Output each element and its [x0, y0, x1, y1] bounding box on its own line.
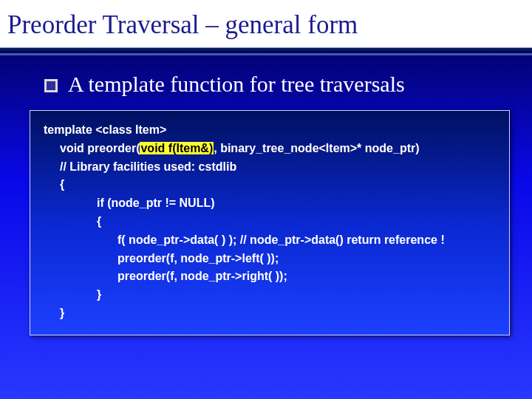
code-line: preorder(f, node_ptr->left( )); [44, 250, 496, 268]
code-text: , binary_tree_node<Item>* node_ptr) [214, 142, 419, 154]
divider-thick [0, 47, 532, 52]
code-line: { [44, 176, 496, 194]
code-text: void preorder( [60, 142, 140, 154]
bullet-text: A template function for tree traversals [68, 72, 405, 97]
code-line: void preorder(void f(Item&), binary_tree… [44, 140, 496, 158]
divider [0, 47, 532, 55]
code-line: } [44, 286, 496, 304]
square-bullet-icon [44, 79, 58, 92]
code-line: if (node_ptr != NULL) [44, 194, 496, 213]
code-line: } [44, 304, 496, 323]
code-line: // Library facilities used: cstdlib [44, 158, 496, 177]
code-line: { [44, 213, 496, 231]
code-highlight: void f(Item&) [140, 142, 214, 154]
code-line: preorder(f, node_ptr->right( )); [44, 267, 496, 286]
code-line: f( node_ptr->data( ) ); // node_ptr->dat… [44, 231, 496, 250]
code-block: template <class Item> void preorder(void… [30, 110, 510, 335]
slide-title: Preorder Traversal – general form [7, 10, 525, 40]
bullet-row: A template function for tree traversals [44, 72, 502, 97]
code-line: template <class Item> [44, 121, 496, 140]
title-bar: Preorder Traversal – general form [0, 0, 532, 47]
content-area: A template function for tree traversals … [0, 55, 532, 335]
